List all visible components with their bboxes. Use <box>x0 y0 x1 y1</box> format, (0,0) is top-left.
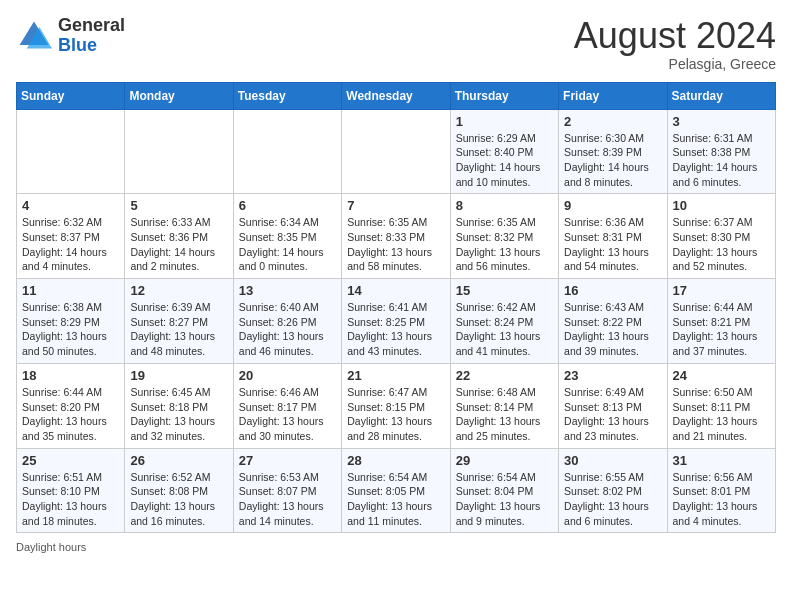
day-number: 12 <box>130 283 227 298</box>
day-detail: Sunrise: 6:47 AMSunset: 8:15 PMDaylight:… <box>347 385 444 444</box>
day-detail: Sunrise: 6:46 AMSunset: 8:17 PMDaylight:… <box>239 385 336 444</box>
day-detail: Sunrise: 6:38 AMSunset: 8:29 PMDaylight:… <box>22 300 119 359</box>
day-detail: Sunrise: 6:56 AMSunset: 8:01 PMDaylight:… <box>673 470 770 529</box>
header: General Blue August 2024 Pelasgia, Greec… <box>16 16 776 72</box>
calendar-cell: 14Sunrise: 6:41 AMSunset: 8:25 PMDayligh… <box>342 279 450 364</box>
day-detail: Sunrise: 6:44 AMSunset: 8:20 PMDaylight:… <box>22 385 119 444</box>
calendar-cell: 25Sunrise: 6:51 AMSunset: 8:10 PMDayligh… <box>17 448 125 533</box>
calendar-cell: 4Sunrise: 6:32 AMSunset: 8:37 PMDaylight… <box>17 194 125 279</box>
day-number: 1 <box>456 114 553 129</box>
week-row-2: 11Sunrise: 6:38 AMSunset: 8:29 PMDayligh… <box>17 279 776 364</box>
calendar-cell: 8Sunrise: 6:35 AMSunset: 8:32 PMDaylight… <box>450 194 558 279</box>
day-detail: Sunrise: 6:42 AMSunset: 8:24 PMDaylight:… <box>456 300 553 359</box>
day-number: 28 <box>347 453 444 468</box>
calendar-cell: 23Sunrise: 6:49 AMSunset: 8:13 PMDayligh… <box>559 363 667 448</box>
day-number: 5 <box>130 198 227 213</box>
dow-saturday: Saturday <box>667 82 775 109</box>
day-number: 16 <box>564 283 661 298</box>
week-row-1: 4Sunrise: 6:32 AMSunset: 8:37 PMDaylight… <box>17 194 776 279</box>
calendar-cell: 27Sunrise: 6:53 AMSunset: 8:07 PMDayligh… <box>233 448 341 533</box>
calendar-cell: 1Sunrise: 6:29 AMSunset: 8:40 PMDaylight… <box>450 109 558 194</box>
day-detail: Sunrise: 6:32 AMSunset: 8:37 PMDaylight:… <box>22 215 119 274</box>
day-number: 19 <box>130 368 227 383</box>
day-detail: Sunrise: 6:55 AMSunset: 8:02 PMDaylight:… <box>564 470 661 529</box>
day-detail: Sunrise: 6:45 AMSunset: 8:18 PMDaylight:… <box>130 385 227 444</box>
day-detail: Sunrise: 6:34 AMSunset: 8:35 PMDaylight:… <box>239 215 336 274</box>
calendar-cell: 30Sunrise: 6:55 AMSunset: 8:02 PMDayligh… <box>559 448 667 533</box>
calendar-cell: 5Sunrise: 6:33 AMSunset: 8:36 PMDaylight… <box>125 194 233 279</box>
day-number: 30 <box>564 453 661 468</box>
dow-wednesday: Wednesday <box>342 82 450 109</box>
day-detail: Sunrise: 6:40 AMSunset: 8:26 PMDaylight:… <box>239 300 336 359</box>
day-detail: Sunrise: 6:52 AMSunset: 8:08 PMDaylight:… <box>130 470 227 529</box>
day-number: 29 <box>456 453 553 468</box>
day-of-week-header-row: SundayMondayTuesdayWednesdayThursdayFrid… <box>17 82 776 109</box>
calendar-cell: 26Sunrise: 6:52 AMSunset: 8:08 PMDayligh… <box>125 448 233 533</box>
day-detail: Sunrise: 6:51 AMSunset: 8:10 PMDaylight:… <box>22 470 119 529</box>
calendar-cell: 6Sunrise: 6:34 AMSunset: 8:35 PMDaylight… <box>233 194 341 279</box>
logo-text: General Blue <box>58 16 125 56</box>
calendar-cell: 24Sunrise: 6:50 AMSunset: 8:11 PMDayligh… <box>667 363 775 448</box>
calendar-body: 1Sunrise: 6:29 AMSunset: 8:40 PMDaylight… <box>17 109 776 533</box>
calendar-cell: 7Sunrise: 6:35 AMSunset: 8:33 PMDaylight… <box>342 194 450 279</box>
day-number: 6 <box>239 198 336 213</box>
daylight-note: Daylight hours <box>16 541 86 553</box>
dow-thursday: Thursday <box>450 82 558 109</box>
calendar-cell: 11Sunrise: 6:38 AMSunset: 8:29 PMDayligh… <box>17 279 125 364</box>
day-number: 25 <box>22 453 119 468</box>
day-number: 11 <box>22 283 119 298</box>
day-number: 15 <box>456 283 553 298</box>
calendar-cell: 18Sunrise: 6:44 AMSunset: 8:20 PMDayligh… <box>17 363 125 448</box>
logo-icon <box>16 18 52 54</box>
calendar-cell: 17Sunrise: 6:44 AMSunset: 8:21 PMDayligh… <box>667 279 775 364</box>
day-detail: Sunrise: 6:37 AMSunset: 8:30 PMDaylight:… <box>673 215 770 274</box>
day-detail: Sunrise: 6:35 AMSunset: 8:32 PMDaylight:… <box>456 215 553 274</box>
day-number: 10 <box>673 198 770 213</box>
location: Pelasgia, Greece <box>574 56 776 72</box>
day-detail: Sunrise: 6:31 AMSunset: 8:38 PMDaylight:… <box>673 131 770 190</box>
week-row-3: 18Sunrise: 6:44 AMSunset: 8:20 PMDayligh… <box>17 363 776 448</box>
day-number: 21 <box>347 368 444 383</box>
calendar-cell: 12Sunrise: 6:39 AMSunset: 8:27 PMDayligh… <box>125 279 233 364</box>
day-number: 4 <box>22 198 119 213</box>
title-area: August 2024 Pelasgia, Greece <box>574 16 776 72</box>
day-detail: Sunrise: 6:33 AMSunset: 8:36 PMDaylight:… <box>130 215 227 274</box>
footer-note: Daylight hours <box>16 541 776 553</box>
calendar-cell: 29Sunrise: 6:54 AMSunset: 8:04 PMDayligh… <box>450 448 558 533</box>
day-detail: Sunrise: 6:29 AMSunset: 8:40 PMDaylight:… <box>456 131 553 190</box>
day-detail: Sunrise: 6:48 AMSunset: 8:14 PMDaylight:… <box>456 385 553 444</box>
day-number: 31 <box>673 453 770 468</box>
day-number: 2 <box>564 114 661 129</box>
calendar-cell: 20Sunrise: 6:46 AMSunset: 8:17 PMDayligh… <box>233 363 341 448</box>
day-number: 14 <box>347 283 444 298</box>
day-number: 13 <box>239 283 336 298</box>
week-row-4: 25Sunrise: 6:51 AMSunset: 8:10 PMDayligh… <box>17 448 776 533</box>
calendar-cell: 16Sunrise: 6:43 AMSunset: 8:22 PMDayligh… <box>559 279 667 364</box>
day-number: 17 <box>673 283 770 298</box>
day-detail: Sunrise: 6:41 AMSunset: 8:25 PMDaylight:… <box>347 300 444 359</box>
calendar-cell: 21Sunrise: 6:47 AMSunset: 8:15 PMDayligh… <box>342 363 450 448</box>
day-number: 3 <box>673 114 770 129</box>
day-number: 8 <box>456 198 553 213</box>
day-number: 22 <box>456 368 553 383</box>
month-year: August 2024 <box>574 16 776 56</box>
calendar-cell: 10Sunrise: 6:37 AMSunset: 8:30 PMDayligh… <box>667 194 775 279</box>
calendar-cell <box>125 109 233 194</box>
dow-monday: Monday <box>125 82 233 109</box>
calendar-cell <box>233 109 341 194</box>
calendar-cell: 3Sunrise: 6:31 AMSunset: 8:38 PMDaylight… <box>667 109 775 194</box>
day-detail: Sunrise: 6:54 AMSunset: 8:05 PMDaylight:… <box>347 470 444 529</box>
day-number: 26 <box>130 453 227 468</box>
day-detail: Sunrise: 6:36 AMSunset: 8:31 PMDaylight:… <box>564 215 661 274</box>
week-row-0: 1Sunrise: 6:29 AMSunset: 8:40 PMDaylight… <box>17 109 776 194</box>
calendar-cell <box>17 109 125 194</box>
day-detail: Sunrise: 6:50 AMSunset: 8:11 PMDaylight:… <box>673 385 770 444</box>
dow-friday: Friday <box>559 82 667 109</box>
day-detail: Sunrise: 6:35 AMSunset: 8:33 PMDaylight:… <box>347 215 444 274</box>
day-number: 23 <box>564 368 661 383</box>
day-detail: Sunrise: 6:44 AMSunset: 8:21 PMDaylight:… <box>673 300 770 359</box>
day-number: 9 <box>564 198 661 213</box>
day-detail: Sunrise: 6:53 AMSunset: 8:07 PMDaylight:… <box>239 470 336 529</box>
day-number: 24 <box>673 368 770 383</box>
day-number: 27 <box>239 453 336 468</box>
